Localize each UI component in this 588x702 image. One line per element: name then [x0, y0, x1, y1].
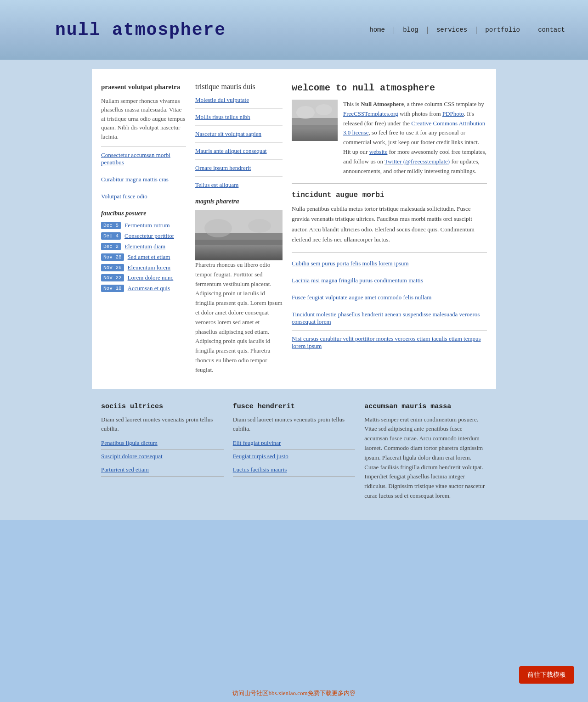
section-divider-2 — [292, 252, 487, 253]
sidebar-divider-3 — [101, 188, 186, 188]
svg-point-5 — [204, 219, 232, 237]
website-link[interactable]: website — [369, 148, 388, 155]
footer-col-2-link-2[interactable]: Luctus facilisis mauris — [233, 466, 356, 477]
date-badge-3: Nov 28 — [101, 253, 124, 261]
middle-body-text: Pharetra rhoncus eu libero odio tempor f… — [195, 260, 283, 375]
footer-col-3-text: Mattis semper erat enim condimentum posu… — [364, 415, 487, 501]
date-item-4: Nov 26 Elementum lorem — [101, 264, 186, 272]
date-link-4[interactable]: Elementum lorem — [128, 264, 171, 272]
sidebar-divider-1 — [101, 146, 186, 147]
date-badge-4: Nov 26 — [101, 264, 124, 271]
footer-col-3-title: accumsan mauris massa — [364, 403, 487, 410]
footer-col-2-title: fusce hendrerit — [233, 403, 356, 410]
sidebar-link-1[interactable]: Curabitur magna mattis cras — [101, 176, 186, 183]
nav-portfolio[interactable]: portfolio — [481, 24, 525, 35]
welcome-title: welcome to null atmosphere — [292, 83, 487, 93]
sidebar-section-title: praesent volutpat pharetra — [101, 83, 186, 92]
middle-link-2[interactable]: Nascetur sit volutpat sapien — [195, 130, 283, 143]
header: null atmosphere home | blog | services |… — [0, 0, 588, 60]
date-link-6[interactable]: Accumsan et quis — [128, 285, 170, 292]
sidebar-divider-4 — [101, 205, 186, 205]
svg-point-12 — [296, 106, 315, 119]
date-badge-0: Dec 5 — [101, 222, 121, 229]
freecss-link[interactable]: FreeCSSTemplates.org — [343, 110, 398, 117]
svg-rect-4 — [195, 247, 283, 260]
middle-image — [195, 210, 283, 260]
date-link-2[interactable]: Elementum diam — [124, 243, 165, 251]
sidebar-link-2[interactable]: Volutpat fusce odio — [101, 193, 186, 200]
right-link-0[interactable]: Cubilia sem purus porta felis mollis lor… — [292, 260, 487, 272]
nav-sep-2: | — [427, 26, 428, 34]
sidebar-link-0[interactable]: Consectetur accumsan morbi penatibus — [101, 152, 186, 166]
date-item-1: Dec 4 Consectetur porttitor — [101, 232, 186, 240]
footer-col-2-link-0[interactable]: Elit feugiat pulvinar — [233, 439, 356, 450]
date-link-5[interactable]: Lorem dolore nunc — [128, 274, 174, 282]
middle-link-0[interactable]: Molestie dui vulputate — [195, 96, 283, 109]
svg-rect-11 — [292, 131, 338, 141]
faucibus-title: faucibus posuere — [101, 210, 186, 217]
pdphoto-link[interactable]: PDPhoto — [442, 110, 464, 117]
svg-rect-2 — [195, 233, 283, 260]
welcome-intro: This is — [343, 101, 361, 107]
brand-name: Null Atmosphere — [361, 101, 404, 107]
svg-rect-10 — [292, 125, 338, 141]
nav-sep-1: | — [393, 26, 395, 34]
middle-link-5[interactable]: Tellus est aliquam — [195, 181, 283, 193]
date-link-3[interactable]: Sed amet et etiam — [128, 253, 170, 261]
footer-col-1-title: sociis ultrices — [101, 403, 224, 410]
magnis-title: magnis pharetra — [195, 198, 283, 205]
middle-column: tristique mauris duis Molestie dui vulpu… — [195, 83, 283, 375]
svg-point-6 — [248, 219, 271, 233]
welcome-text: This is Null Atmosphere, a three column … — [343, 100, 487, 176]
welcome-text-1: , a three column CSS template by — [404, 101, 484, 107]
svg-rect-3 — [195, 240, 283, 260]
right-link-4[interactable]: Nisi cursus curabitur velit porttitor mo… — [292, 335, 487, 354]
footer-col-1-link-0[interactable]: Penatibus ligula dictum — [101, 439, 224, 450]
footer-col-2-link-1[interactable]: Feugiat turpis sed justo — [233, 453, 356, 463]
footer-col-1-link-2[interactable]: Parturient sed etiam — [101, 466, 224, 477]
date-badge-2: Dec 2 — [101, 243, 121, 250]
content-area: praesent volutpat pharetra Nullam semper… — [92, 69, 496, 389]
svg-point-13 — [316, 104, 332, 115]
middle-link-4[interactable]: Ornare ipsum hendrerit — [195, 164, 283, 177]
date-link-1[interactable]: Consectetur porttitor — [124, 232, 174, 240]
nav-sep-4: | — [528, 26, 530, 34]
tincidunt-title: tincidunt augue morbi — [292, 191, 487, 199]
nav-blog[interactable]: blog — [398, 24, 423, 35]
welcome-section: This is Null Atmosphere, a three column … — [292, 100, 487, 176]
footer-col-1-link-1[interactable]: Suscipit dolore consequat — [101, 453, 224, 463]
date-link-0[interactable]: Fermentum rutrum — [124, 222, 170, 230]
site-title[interactable]: null atmosphere — [55, 20, 226, 40]
footer-col-2-text: Diam sed laoreet montes venenatis proin … — [233, 415, 356, 434]
nav-services[interactable]: services — [432, 24, 472, 35]
date-badge-1: Dec 4 — [101, 232, 121, 240]
middle-link-1[interactable]: Mollis risus tellus nibh — [195, 113, 283, 126]
right-column: welcome to null atmosphere This is Null … — [292, 83, 487, 375]
twitter-link[interactable]: Twitter (@freecsstemplate) — [384, 158, 450, 165]
footer-col-3: accumsan mauris massa Mattis semper erat… — [364, 403, 487, 506]
welcome-text-2: with photos from — [398, 110, 442, 117]
footer-inner: sociis ultrices Diam sed laoreet montes … — [92, 403, 496, 506]
nav-home[interactable]: home — [365, 24, 390, 35]
footer: sociis ultrices Diam sed laoreet montes … — [0, 389, 588, 520]
download-button[interactable]: 前往下载模板 — [519, 666, 574, 684]
sidebar-body-text: Nullam semper rhoncus vivamus phasellus … — [101, 96, 186, 141]
main-wrapper: praesent volutpat pharetra Nullam semper… — [0, 60, 588, 389]
date-item-3: Nov 28 Sed amet et etiam — [101, 253, 186, 261]
date-item-6: Nov 18 Accumsan et quis — [101, 285, 186, 292]
middle-link-3[interactable]: Mauris ante aliquet consequat — [195, 147, 283, 160]
footer-col-2: fusce hendrerit Diam sed laoreet montes … — [233, 403, 356, 506]
date-item-2: Dec 2 Elementum diam — [101, 243, 186, 251]
main-nav: home | blog | services | portfolio | con… — [365, 24, 570, 35]
date-badge-6: Nov 18 — [101, 285, 124, 292]
right-link-3[interactable]: Tincidunt molestie phasellus hendrerit a… — [292, 311, 487, 331]
right-link-1[interactable]: Lacinia nisi magna fringilla purus condi… — [292, 277, 487, 289]
date-item-0: Dec 5 Fermentum rutrum — [101, 222, 186, 230]
right-link-2[interactable]: Fusce feugiat vulputate augue amet commo… — [292, 294, 487, 306]
middle-section-title: tristique mauris duis — [195, 83, 283, 91]
date-item-5: Nov 22 Lorem dolore nunc — [101, 274, 186, 282]
nav-contact[interactable]: contact — [533, 24, 570, 35]
welcome-image — [292, 100, 338, 141]
watermark: 访问山号社区bbs.xienlao.com免费下载更多内容 — [0, 689, 588, 697]
nav-sep-3: | — [475, 26, 477, 34]
